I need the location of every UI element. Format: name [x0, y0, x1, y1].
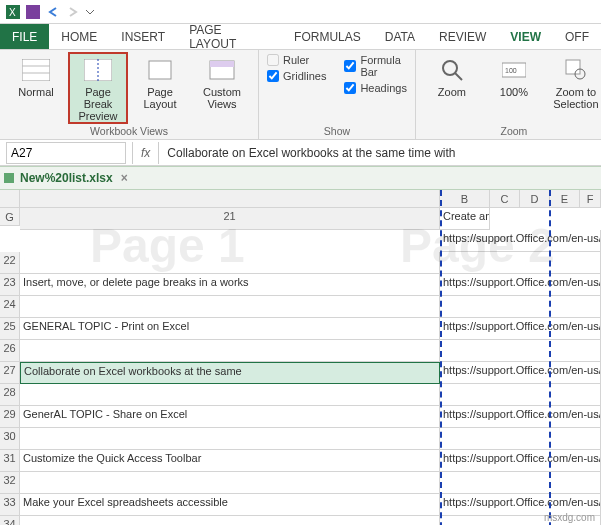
normal-view-button[interactable]: Normal: [8, 54, 64, 122]
page-layout-label: Page Layout: [132, 86, 188, 110]
svg-rect-10: [210, 61, 234, 67]
row-header[interactable]: 32: [0, 472, 20, 494]
ribbon-tabs: FILE HOME INSERT PAGE LAYOUT FORMULAS DA…: [0, 24, 601, 50]
row-header[interactable]: 23: [0, 274, 20, 296]
row-header[interactable]: 22: [0, 252, 20, 274]
col-header[interactable]: [20, 190, 440, 208]
row-header[interactable]: 30: [0, 428, 20, 450]
cell[interactable]: [20, 384, 440, 406]
col-header[interactable]: C: [490, 190, 520, 208]
cell[interactable]: [440, 472, 601, 494]
workbook-icon: [4, 173, 14, 183]
group-workbook-views: Normal Page Break Preview Page Layout Cu…: [0, 50, 259, 139]
tab-review[interactable]: REVIEW: [427, 24, 498, 49]
name-box[interactable]: [6, 142, 126, 164]
cell[interactable]: [440, 428, 601, 450]
cell[interactable]: Insert, move, or delete page breaks in a…: [20, 274, 440, 296]
row-header[interactable]: 27: [0, 362, 20, 384]
cell[interactable]: https://support.Office.com/en-us/article…: [440, 230, 601, 252]
cell[interactable]: [20, 516, 440, 525]
col-header[interactable]: D: [520, 190, 550, 208]
zoom-100-button[interactable]: 100 100%: [486, 54, 542, 110]
cell[interactable]: GenerAL TOPIC - Share on Excel: [20, 406, 440, 428]
qat-dropdown-icon[interactable]: [86, 8, 94, 16]
cell[interactable]: Make your Excel spreadsheets accessible: [20, 494, 440, 516]
excel-icon: X: [6, 5, 20, 19]
fx-icon[interactable]: fx: [132, 142, 159, 164]
row-header[interactable]: 34: [0, 516, 20, 525]
cell[interactable]: [20, 296, 440, 318]
tab-insert[interactable]: INSERT: [109, 24, 177, 49]
gridlines-check[interactable]: Gridlines: [267, 70, 326, 82]
headings-check[interactable]: Headings: [344, 82, 406, 94]
cell[interactable]: [440, 340, 601, 362]
zoom-selection-button[interactable]: Zoom to Selection: [548, 54, 601, 110]
row-header[interactable]: 21: [20, 208, 440, 230]
row-header[interactable]: 25: [0, 318, 20, 340]
tab-file[interactable]: FILE: [0, 24, 49, 49]
tab-view[interactable]: VIEW: [498, 24, 553, 49]
ribbon: Normal Page Break Preview Page Layout Cu…: [0, 50, 601, 140]
ruler-check[interactable]: Ruler: [267, 54, 326, 66]
undo-icon[interactable]: [46, 5, 60, 19]
svg-point-11: [443, 61, 457, 75]
close-workbook-icon[interactable]: ×: [121, 171, 128, 185]
source-watermark: msxdg.com: [544, 512, 595, 523]
col-header[interactable]: B: [440, 190, 490, 208]
cells-grid[interactable]: BCDEFG21Create and print mailing labels …: [0, 190, 601, 525]
cell[interactable]: [20, 252, 440, 274]
cell[interactable]: https://support.Office.com/en-us/article…: [440, 450, 601, 472]
cell[interactable]: [20, 428, 440, 450]
tab-data[interactable]: DATA: [373, 24, 427, 49]
formula-bar-text[interactable]: Collaborate on Excel workbooks at the sa…: [159, 146, 455, 160]
cell[interactable]: GENERAL TOPIC - Print on Excel: [20, 318, 440, 340]
zoom-button[interactable]: Zoom: [424, 54, 480, 110]
custom-views-button[interactable]: Custom Views: [194, 54, 250, 122]
row-header[interactable]: 26: [0, 340, 20, 362]
workbook-tab[interactable]: New%20list.xlsx ×: [0, 166, 601, 190]
group-show: Ruler Gridlines Formula Bar Headings Sho…: [259, 50, 416, 139]
cell[interactable]: https://support.Office.com/en-us/article…: [440, 318, 601, 340]
cell[interactable]: [440, 296, 601, 318]
save-icon[interactable]: [26, 5, 40, 19]
group-label-show: Show: [267, 123, 407, 137]
normal-view-icon: [18, 56, 54, 84]
row-header[interactable]: 24: [0, 296, 20, 318]
page-layout-icon: [142, 56, 178, 84]
page-layout-button[interactable]: Page Layout: [132, 54, 188, 122]
col-header[interactable]: E: [550, 190, 580, 208]
cell[interactable]: [20, 340, 440, 362]
group-label-zoom: Zoom: [424, 123, 601, 137]
svg-rect-3: [22, 59, 50, 81]
row-header[interactable]: 31: [0, 450, 20, 472]
zoom-selection-label: Zoom to Selection: [548, 86, 601, 110]
formula-bar-check[interactable]: Formula Bar: [344, 54, 406, 78]
col-header[interactable]: G: [0, 208, 20, 226]
svg-rect-2: [26, 5, 40, 19]
col-header[interactable]: F: [580, 190, 601, 208]
cell[interactable]: [20, 472, 440, 494]
redo-icon[interactable]: [66, 5, 80, 19]
tab-formulas[interactable]: FORMULAS: [282, 24, 373, 49]
row-header[interactable]: 29: [0, 406, 20, 428]
page-break-icon: [80, 56, 116, 84]
custom-views-icon: [204, 56, 240, 84]
svg-rect-15: [566, 60, 580, 74]
svg-text:X: X: [9, 7, 16, 18]
cell[interactable]: Create and print mailing labels for an a…: [440, 208, 490, 230]
page-break-label: Page Break Preview: [70, 86, 126, 122]
cell[interactable]: [440, 384, 601, 406]
cell[interactable]: https://support.Office.com/en-us/article…: [440, 274, 601, 296]
cell[interactable]: Collaborate on Excel workbooks at the sa…: [20, 362, 440, 384]
tab-page-layout[interactable]: PAGE LAYOUT: [177, 24, 282, 49]
page-break-preview-button[interactable]: Page Break Preview: [68, 52, 128, 124]
svg-text:100: 100: [505, 67, 517, 74]
group-zoom: Zoom 100 100% Zoom to Selection Zoom: [416, 50, 601, 139]
cell[interactable]: Customize the Quick Access Toolbar: [20, 450, 440, 472]
tab-home[interactable]: HOME: [49, 24, 109, 49]
cell[interactable]: https://support.Office.com/en-us/article…: [440, 362, 601, 384]
row-header[interactable]: 28: [0, 384, 20, 406]
cell[interactable]: [440, 252, 601, 274]
cell[interactable]: https://support.Office.com/en-us/article…: [440, 406, 601, 428]
row-header[interactable]: 33: [0, 494, 20, 516]
